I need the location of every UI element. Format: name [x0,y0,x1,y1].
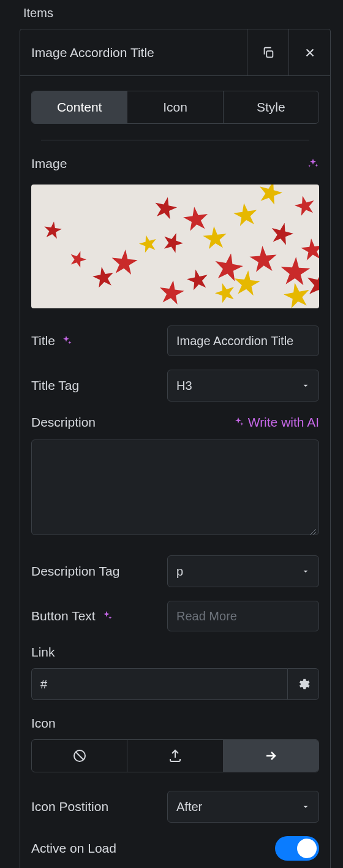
active-on-load-toggle[interactable] [275,836,319,861]
tab-content[interactable]: Content [32,91,127,123]
image-label: Image [31,156,67,171]
divider [41,140,309,140]
icon-none-button[interactable] [32,740,127,772]
icon-upload-button[interactable] [127,740,223,772]
ai-sparkle-icon [100,610,113,622]
icon-label: Icon [31,716,319,731]
button-text-label: Button Text [31,609,113,623]
link-input[interactable] [31,668,287,700]
copy-icon [262,46,275,59]
close-icon [303,46,317,59]
description-tag-label: Description Tag [31,564,119,579]
title-label: Title [31,333,72,348]
upload-icon [168,748,183,763]
image-preview[interactable] [31,185,319,308]
ai-sparkle-icon [232,416,244,428]
gear-icon [296,677,310,691]
ai-sparkle-icon[interactable] [307,158,319,170]
link-settings-button[interactable] [287,668,319,700]
title-input[interactable] [167,326,319,356]
toggle-knob [297,839,317,858]
none-icon [72,748,87,763]
accordion-item-card: Image Accordion Title Content Icon Style… [20,29,331,868]
description-label: Description [31,415,96,430]
tab-icon[interactable]: Icon [127,91,223,123]
icon-position-label: Icon Postition [31,799,108,814]
arrow-right-icon [263,748,278,763]
write-with-ai-button[interactable]: Write with AI [232,415,319,430]
active-on-load-label: Active on Load [31,841,116,856]
button-text-input[interactable] [167,601,319,631]
title-tag-label: Title Tag [31,378,79,393]
icon-segment-group [31,739,319,772]
duplicate-button[interactable] [247,29,288,75]
icon-position-select[interactable]: After [167,791,319,823]
title-tag-select[interactable]: H3 [167,370,319,402]
tab-style[interactable]: Style [224,91,318,123]
item-header: Image Accordion Title [20,29,330,76]
link-label: Link [31,645,319,660]
section-title: Items [20,0,331,29]
tab-bar: Content Icon Style [31,91,319,124]
item-title[interactable]: Image Accordion Title [20,29,247,75]
icon-arrow-button[interactable] [224,740,318,772]
close-button[interactable] [288,29,330,75]
description-tag-select[interactable]: p [167,555,319,587]
description-textarea[interactable] [31,440,319,535]
ai-sparkle-icon [60,335,72,347]
svg-rect-0 [266,51,273,57]
